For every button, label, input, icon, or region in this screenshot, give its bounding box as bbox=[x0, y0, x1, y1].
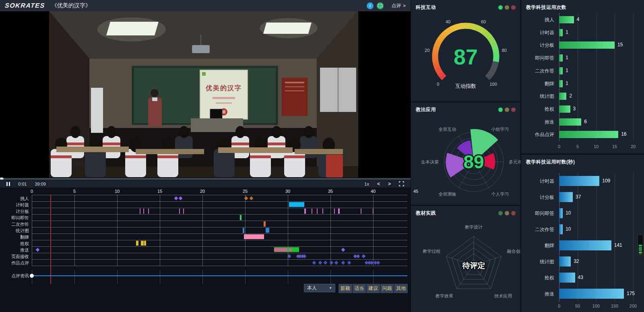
bar-翻牌[interactable] bbox=[559, 80, 563, 87]
bar-计时器[interactable] bbox=[559, 29, 563, 36]
event-diamond[interactable] bbox=[35, 248, 39, 252]
rose-axis-label: 全班互动 bbox=[439, 127, 456, 132]
uniform-stripe bbox=[157, 155, 178, 158]
bar-二次作答[interactable] bbox=[559, 224, 563, 234]
event-tick[interactable] bbox=[140, 209, 140, 214]
event-bar[interactable] bbox=[144, 241, 146, 246]
bar-value-label: 175 bbox=[627, 291, 635, 296]
event-tick[interactable] bbox=[373, 209, 374, 214]
event-tick[interactable] bbox=[304, 209, 306, 214]
timeline-row-label: 推送 bbox=[0, 247, 29, 253]
event-bar[interactable] bbox=[289, 202, 304, 207]
gauge-tick-label: 20 bbox=[425, 48, 429, 53]
event-diamond[interactable] bbox=[250, 196, 254, 200]
bar-推送[interactable] bbox=[559, 118, 581, 126]
classroom-video-frame[interactable]: 优美的汉字 bbox=[49, 11, 358, 178]
video-player[interactable]: 优美的汉字 bbox=[0, 11, 411, 178]
review-label: 点评 bbox=[392, 2, 401, 9]
pause-button[interactable] bbox=[6, 182, 10, 186]
event-diamond[interactable] bbox=[329, 260, 333, 264]
event-diamond[interactable] bbox=[362, 254, 366, 258]
event-diamond[interactable] bbox=[179, 196, 183, 200]
event-diamond[interactable] bbox=[244, 196, 248, 200]
event-tick[interactable] bbox=[148, 209, 149, 214]
playhead-marker[interactable] bbox=[50, 194, 51, 284]
status-dot bbox=[505, 5, 509, 10]
event-tick[interactable] bbox=[183, 209, 184, 214]
event-diamond[interactable] bbox=[341, 248, 345, 252]
event-tick[interactable] bbox=[322, 209, 323, 214]
bar-推送[interactable] bbox=[559, 289, 624, 299]
event-tick[interactable] bbox=[179, 209, 180, 214]
event-bar[interactable] bbox=[266, 228, 270, 233]
review-link[interactable]: 点评 > bbox=[392, 2, 406, 9]
desk bbox=[295, 149, 343, 154]
student bbox=[51, 149, 72, 177]
event-tick[interactable] bbox=[334, 209, 335, 214]
bar-即问即答[interactable] bbox=[559, 208, 563, 218]
rose-axis-label: 个人学习 bbox=[491, 192, 509, 196]
rose-axis-label: 生本决策 bbox=[421, 159, 439, 164]
bar-category-label: 作品点评 bbox=[521, 131, 554, 138]
panel-header: 科技互动 bbox=[411, 0, 520, 11]
teacher-monitor bbox=[210, 109, 222, 119]
event-tick[interactable] bbox=[243, 228, 244, 233]
gauge-arc-segment bbox=[437, 67, 438, 70]
timeline-row-line bbox=[32, 233, 407, 234]
event-bar[interactable] bbox=[244, 234, 264, 239]
event-diamond[interactable] bbox=[356, 254, 360, 258]
event-bar[interactable] bbox=[141, 241, 143, 246]
student-head bbox=[179, 126, 189, 138]
prev-button[interactable]: < bbox=[377, 181, 380, 187]
bar-axis-label: 50 bbox=[570, 304, 586, 308]
bar-统计图[interactable] bbox=[559, 256, 571, 267]
gauge-arc-segment bbox=[435, 58, 436, 62]
bar-计分板[interactable] bbox=[559, 41, 615, 49]
event-diamond[interactable] bbox=[174, 196, 178, 200]
event-diamond[interactable] bbox=[318, 260, 322, 264]
playback-speed-button[interactable]: 1x bbox=[364, 182, 369, 186]
message-icon[interactable] bbox=[377, 2, 384, 9]
bar-计分板[interactable] bbox=[559, 192, 573, 202]
bar-作品点评[interactable] bbox=[559, 131, 618, 138]
next-button[interactable]: > bbox=[388, 181, 391, 187]
event-tick[interactable] bbox=[143, 209, 144, 214]
bar-axis-label: 200 bbox=[625, 304, 641, 308]
news-start-dot[interactable] bbox=[30, 274, 34, 278]
seek-track[interactable] bbox=[0, 178, 411, 180]
event-tick[interactable] bbox=[240, 215, 242, 220]
event-tick[interactable] bbox=[312, 209, 312, 214]
event-bar[interactable] bbox=[136, 241, 138, 246]
event-diamond[interactable] bbox=[376, 260, 380, 264]
bar-value-label: 1 bbox=[566, 81, 568, 86]
fullscreen-button[interactable] bbox=[399, 181, 404, 186]
bar-二次作答[interactable] bbox=[559, 67, 563, 74]
event-tick[interactable] bbox=[264, 221, 266, 227]
event-diamond[interactable] bbox=[347, 260, 351, 264]
event-tick[interactable] bbox=[338, 209, 340, 214]
news-timeline-line[interactable] bbox=[32, 275, 407, 276]
gauge-arc-segment bbox=[438, 70, 440, 73]
timeline-gridline bbox=[245, 195, 246, 266]
event-timeline: 051015202530354045挑人计时器计分板即问即答二次作答统计图翻牌抢… bbox=[0, 188, 411, 312]
gauge-arc-segment bbox=[466, 26, 469, 26]
bar-翻牌[interactable] bbox=[559, 240, 611, 250]
event-diamond[interactable] bbox=[334, 260, 339, 264]
bar-计时器[interactable] bbox=[559, 176, 599, 186]
event-diamond[interactable] bbox=[312, 260, 316, 264]
bar-即问即答[interactable] bbox=[559, 54, 563, 62]
info-icon[interactable]: i bbox=[367, 2, 374, 9]
event-diamond[interactable] bbox=[323, 260, 327, 264]
bar-统计图[interactable] bbox=[559, 93, 566, 100]
timeline-row-line bbox=[32, 266, 407, 266]
event-tick[interactable] bbox=[361, 209, 361, 214]
bar-抢权[interactable] bbox=[559, 273, 575, 283]
radar-status: 待评定 bbox=[462, 261, 485, 270]
timeline-axis-tick: 0 bbox=[31, 189, 33, 194]
timeline-gridline-stub bbox=[373, 270, 374, 284]
event-diamond[interactable] bbox=[341, 260, 345, 264]
event-tick[interactable] bbox=[317, 209, 318, 214]
timeline-row-label: 计时器 bbox=[0, 202, 29, 208]
bar-挑人[interactable] bbox=[559, 16, 574, 23]
bar-抢权[interactable] bbox=[559, 105, 570, 113]
